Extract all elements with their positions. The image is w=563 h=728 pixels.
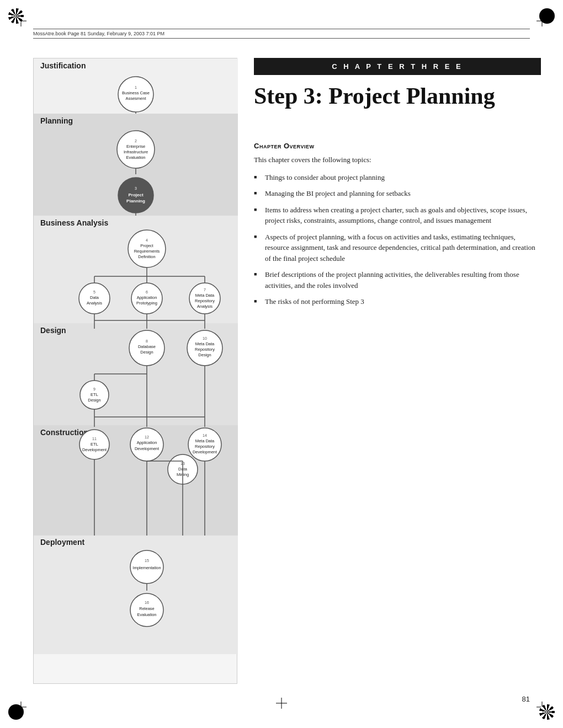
svg-text:Repository: Repository xyxy=(195,347,215,352)
svg-text:Enterprise: Enterprise xyxy=(126,144,145,149)
diagram-panel: Justification 1 Business Case Assesment … xyxy=(33,58,237,684)
svg-text:Prototyping: Prototyping xyxy=(136,301,157,306)
header-text: MossAtre.book Page 81 Sunday, February 9… xyxy=(33,31,164,36)
svg-text:Project: Project xyxy=(128,192,143,197)
header-strip: MossAtre.book Page 81 Sunday, February 9… xyxy=(33,29,530,39)
svg-text:4: 4 xyxy=(146,238,148,242)
chapter-label: C H A P T E R T H R E E xyxy=(332,62,463,71)
svg-text:Deployment: Deployment xyxy=(40,538,84,547)
svg-text:Planning: Planning xyxy=(126,199,145,204)
bullet-list: Things to consider about project plannin… xyxy=(254,172,541,307)
svg-text:11: 11 xyxy=(92,437,97,441)
chapter-title: Step 3: Project Planning xyxy=(254,83,541,109)
svg-text:Analysis: Analysis xyxy=(87,301,102,306)
svg-text:ETL: ETL xyxy=(91,392,98,397)
svg-text:Evaluation: Evaluation xyxy=(126,155,145,160)
bullet-item-4: Aspects of project planning, with a focu… xyxy=(254,232,541,264)
svg-text:14: 14 xyxy=(203,433,207,437)
svg-text:Evaluation: Evaluation xyxy=(137,612,156,617)
svg-text:Project: Project xyxy=(140,243,153,248)
chapter-overview-label: Chapter Overview xyxy=(254,142,541,150)
print-circle-bl xyxy=(8,704,24,720)
svg-text:15: 15 xyxy=(145,559,149,563)
print-circle-tr xyxy=(539,8,555,24)
svg-text:Justification: Justification xyxy=(40,61,86,70)
bullet-item-6: The risks of not performing Step 3 xyxy=(254,296,541,307)
svg-text:Design: Design xyxy=(88,398,100,403)
print-circle-tl xyxy=(8,8,24,24)
svg-text:Application: Application xyxy=(137,295,157,300)
svg-text:Data: Data xyxy=(90,295,99,300)
svg-text:Meta Data: Meta Data xyxy=(195,438,215,443)
svg-text:Design: Design xyxy=(198,352,211,357)
svg-text:2: 2 xyxy=(135,139,137,143)
svg-text:3: 3 xyxy=(135,186,137,190)
bullet-item-5: Brief descriptions of the project planni… xyxy=(254,269,541,291)
svg-text:Assesment: Assesment xyxy=(125,96,146,101)
svg-text:Development: Development xyxy=(193,449,217,454)
content-panel: C H A P T E R T H R E E Step 3: Project … xyxy=(254,58,541,684)
svg-text:Repository: Repository xyxy=(195,298,215,303)
svg-text:Definition: Definition xyxy=(138,254,155,259)
svg-text:Infrastructure: Infrastructure xyxy=(124,149,148,154)
intro-text: This chapter covers the following topics… xyxy=(254,154,541,165)
overview-label-text: Chapter Overview xyxy=(254,142,314,150)
svg-rect-105 xyxy=(34,536,238,654)
svg-text:9: 9 xyxy=(93,387,95,391)
svg-text:Planning: Planning xyxy=(40,116,73,125)
svg-text:Implementation: Implementation xyxy=(132,565,161,570)
svg-text:7: 7 xyxy=(204,288,206,292)
svg-text:Business Case: Business Case xyxy=(122,90,150,95)
bullet-item-1: Things to consider about project plannin… xyxy=(254,172,541,183)
svg-text:Design: Design xyxy=(140,350,153,355)
bullet-item-2: Managing the BI project and planning for… xyxy=(254,188,541,199)
svg-text:Development: Development xyxy=(82,447,107,452)
print-circle-br xyxy=(539,704,555,720)
svg-text:Application: Application xyxy=(137,440,157,445)
svg-text:8: 8 xyxy=(146,339,148,343)
svg-text:Database: Database xyxy=(138,344,156,349)
svg-text:10: 10 xyxy=(203,336,207,340)
svg-text:ETL: ETL xyxy=(91,442,98,447)
svg-text:16: 16 xyxy=(145,601,149,604)
svg-text:1: 1 xyxy=(135,85,137,89)
svg-text:Analysis: Analysis xyxy=(197,304,213,309)
svg-text:Meta Data: Meta Data xyxy=(195,341,215,346)
svg-text:Meta Data: Meta Data xyxy=(195,293,215,298)
svg-text:5: 5 xyxy=(93,290,95,294)
svg-text:Development: Development xyxy=(135,446,160,451)
svg-text:Requirements: Requirements xyxy=(134,249,160,254)
chapter-header-box: C H A P T E R T H R E E xyxy=(254,58,541,75)
diagram-svg: Justification 1 Business Case Assesment … xyxy=(34,58,238,654)
bullet-item-3: Items to address when creating a project… xyxy=(254,205,541,226)
svg-text:Release: Release xyxy=(139,606,155,611)
svg-text:Repository: Repository xyxy=(195,444,215,449)
svg-text:12: 12 xyxy=(145,435,149,439)
svg-text:Design: Design xyxy=(40,326,66,335)
bottom-center-mark xyxy=(276,698,287,709)
svg-text:6: 6 xyxy=(146,290,148,294)
page-number: 81 xyxy=(522,695,530,703)
svg-text:Business Analysis: Business Analysis xyxy=(40,218,108,227)
svg-text:Construction: Construction xyxy=(40,428,88,437)
